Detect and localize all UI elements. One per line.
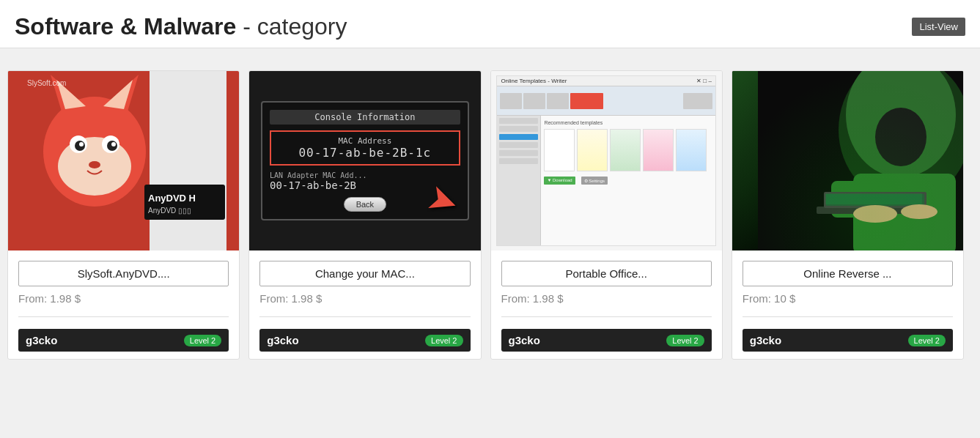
cards-container: AnyDVD H AnyDVD ▯▯▯ SlySoft.com SlySoft.… xyxy=(0,48,980,367)
mac-address-label: MAC Address xyxy=(276,136,454,146)
card-image-office: Online Templates - Writer ✕ □ – xyxy=(491,71,722,250)
card-image-anydvd: AnyDVD H AnyDVD ▯▯▯ SlySoft.com xyxy=(8,71,239,250)
svg-text:AnyDVD H: AnyDVD H xyxy=(148,193,196,204)
level-badge-reverse: Level 2 xyxy=(908,335,946,346)
price-reverse: From: 10 $ xyxy=(743,292,953,305)
svg-point-14 xyxy=(89,161,100,168)
price-office: From: 1.98 $ xyxy=(501,292,712,305)
office-toolbar xyxy=(497,86,715,116)
svg-point-13 xyxy=(111,142,116,146)
seller-bar-reverse: g3cko Level 2 xyxy=(743,329,953,352)
card-portable-office: Online Templates - Writer ✕ □ – xyxy=(490,70,723,360)
office-main: Recommended templates ▼ Download ⚙ Setti… xyxy=(541,116,715,245)
seller-name-mac: g3cko xyxy=(267,334,298,346)
seller-name-office: g3cko xyxy=(509,334,540,346)
office-content: Recommended templates ▼ Download ⚙ Setti… xyxy=(497,116,715,245)
divider xyxy=(743,316,953,317)
mac-lan-label: LAN Adapter MAC Add... xyxy=(270,171,460,179)
product-button-office[interactable]: Portable Office... xyxy=(501,261,712,286)
card-image-mac: Console Information MAC Address 00-17-ab… xyxy=(249,71,480,250)
card-mac-changer: Console Information MAC Address 00-17-ab… xyxy=(248,70,481,360)
header-bar: Software & Malware - category List-View xyxy=(0,0,980,48)
svg-text:AnyDVD ▯▯▯: AnyDVD ▯▯▯ xyxy=(148,207,191,215)
mac-address-box: MAC Address 00-17-ab-be-2B-1c xyxy=(270,130,460,166)
product-button-reverse[interactable]: Online Reverse ... xyxy=(743,261,953,286)
office-screen: Online Templates - Writer ✕ □ – xyxy=(496,75,715,246)
product-button-anydvd[interactable]: SlySoft.AnyDVD.... xyxy=(18,261,229,286)
divider xyxy=(18,316,229,317)
page-title: Software & Malware - category xyxy=(15,13,347,40)
seller-name-reverse: g3cko xyxy=(750,334,781,346)
price-anydvd: From: 1.98 $ xyxy=(18,292,229,305)
mac-address-value: 00-17-ab-be-2B-1c xyxy=(276,146,454,160)
seller-bar-anydvd: g3cko Level 2 xyxy=(18,329,229,352)
card-image-hacker xyxy=(732,71,963,250)
mac-console-title: Console Information xyxy=(270,110,460,125)
anydvd-illustration: AnyDVD H AnyDVD ▯▯▯ SlySoft.com xyxy=(21,71,226,250)
svg-text:SlySoft.com: SlySoft.com xyxy=(27,79,66,87)
divider xyxy=(259,316,470,317)
svg-point-12 xyxy=(79,142,84,146)
seller-bar-mac: g3cko Level 2 xyxy=(259,329,470,352)
level-badge-mac: Level 2 xyxy=(425,335,463,346)
office-sidebar xyxy=(497,116,541,245)
level-badge-office: Level 2 xyxy=(666,335,704,346)
office-titlebar: Online Templates - Writer ✕ □ – xyxy=(497,76,715,86)
seller-bar-office: g3cko Level 2 xyxy=(501,329,712,352)
seller-name-anydvd: g3cko xyxy=(26,334,57,346)
svg-rect-1 xyxy=(150,71,226,250)
hacker-glow xyxy=(732,71,963,250)
level-badge-anydvd: Level 2 xyxy=(184,335,221,346)
divider xyxy=(501,316,712,317)
card-online-reverse: Online Reverse ... From: 10 $ g3cko Leve… xyxy=(732,70,964,360)
list-view-button[interactable]: List-View xyxy=(912,18,965,36)
price-mac: From: 1.98 $ xyxy=(259,292,470,305)
product-button-mac[interactable]: Change your MAC... xyxy=(259,261,470,286)
card-anydvd: AnyDVD H AnyDVD ▯▯▯ SlySoft.com SlySoft.… xyxy=(7,70,240,360)
mac-back-button[interactable]: Back xyxy=(344,197,386,212)
hacker-figure xyxy=(732,71,963,250)
